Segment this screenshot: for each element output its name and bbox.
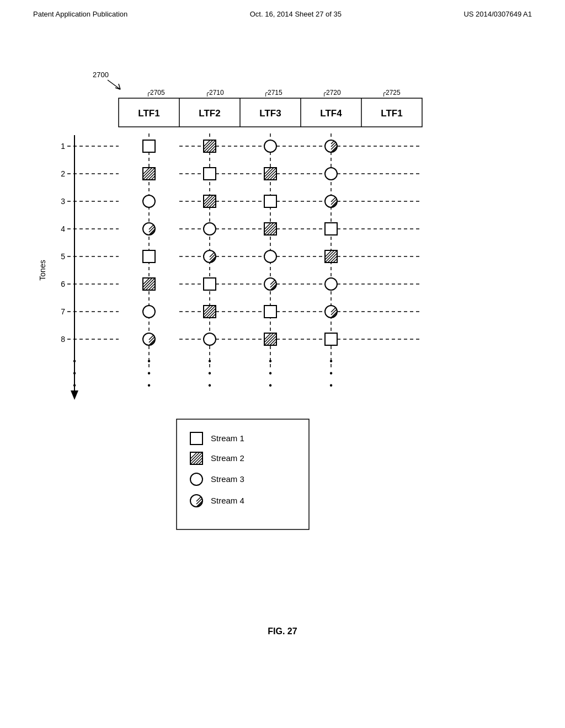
ltf-ref-2725: ╭2725 [382, 89, 401, 97]
ltf1b-label: LTF1 [381, 108, 402, 119]
row7-sym3 [264, 306, 276, 318]
row2-sym4 [325, 168, 337, 180]
dots-col3-1: • [269, 356, 272, 366]
dots-col4-2: • [329, 368, 333, 378]
row8-sym2 [204, 333, 216, 345]
tone-num-7: 7 [61, 307, 65, 316]
row1-sym3 [264, 140, 276, 152]
tone-num-4: 4 [61, 224, 65, 233]
svg-line-0 [108, 80, 120, 89]
dots-col4-1: • [329, 356, 333, 366]
ltf-ref-2720: ╭2720 [322, 89, 341, 97]
header-left: Patent Application Publication [33, 10, 127, 18]
dots-col3-3: • [269, 381, 272, 390]
legend-label2: Stream 2 [211, 453, 244, 463]
row4-sym4 [325, 223, 337, 235]
header-right: US 2014/0307649 A1 [463, 10, 532, 18]
legend-label3: Stream 3 [211, 474, 244, 484]
label-2700: 2700 [93, 71, 109, 79]
row2-sym2 [204, 168, 216, 180]
dots-col4-3: • [329, 381, 333, 390]
main-diagram: 2700 ╭2705 ╭2710 ╭2715 ╭2720 ╭2725 LTF1 … [0, 50, 565, 684]
tone-num-8: 8 [61, 335, 65, 344]
ltf4-label: LTF4 [320, 108, 342, 119]
tone-num-1: 1 [61, 142, 65, 151]
dots-col2-3: • [208, 381, 211, 390]
dots-col3-2: • [269, 368, 272, 378]
dots-col1-1: • [147, 356, 151, 366]
dots-col1-3: • [147, 381, 151, 390]
ltf-ref-2715: ╭2715 [264, 89, 282, 97]
dots-col1-2: • [147, 368, 151, 378]
tone-num-2: 2 [61, 169, 65, 178]
row6-sym2 [204, 278, 216, 290]
ltf2-label: LTF2 [199, 108, 220, 119]
ltf1-label: LTF1 [138, 108, 159, 119]
row3-sym3 [264, 195, 276, 207]
row5-sym3 [264, 250, 276, 263]
row8-sym4 [325, 333, 337, 345]
ltf-ref-2710: ╭2710 [205, 89, 224, 97]
tones-label: Tones [38, 260, 47, 280]
ltf3-label: LTF3 [259, 108, 281, 119]
row4-sym2 [204, 223, 216, 235]
tone-num-5: 5 [61, 252, 65, 261]
row7-sym1 [143, 306, 155, 318]
tone-num-3: 3 [61, 197, 65, 206]
left-arrow-head [71, 390, 78, 400]
tone-num-6: 6 [61, 280, 65, 288]
row3-sym1 [143, 195, 155, 207]
ltf-ref-2705: ╭2705 [146, 89, 165, 97]
legend-sym3 [190, 473, 202, 485]
header-center: Oct. 16, 2014 Sheet 27 of 35 [250, 10, 342, 18]
page-header: Patent Application Publication Oct. 16, … [0, 0, 565, 18]
dots-col2-2: • [208, 368, 211, 378]
row6-sym4 [325, 278, 337, 290]
fig-label: FIG. 27 [268, 627, 297, 636]
legend-label4: Stream 4 [211, 496, 244, 505]
dots-col2-1: • [208, 356, 211, 366]
legend-label1: Stream 1 [211, 433, 244, 443]
legend-sym1 [190, 432, 202, 445]
row5-sym1 [143, 250, 155, 263]
row1-sym1 [143, 140, 155, 152]
